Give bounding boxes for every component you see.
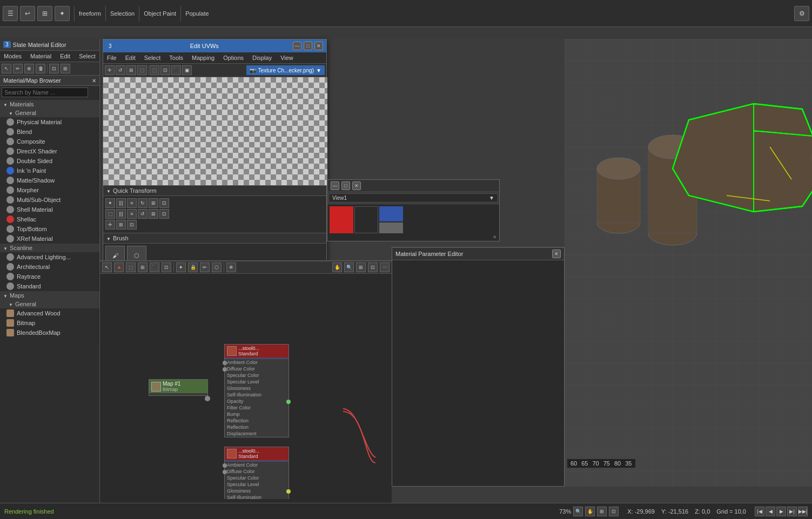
uvw-minimize[interactable]: — (293, 42, 301, 50)
tool1[interactable]: ↩ (20, 6, 35, 21)
slate-material[interactable]: Material (29, 52, 53, 60)
uvw-select[interactable]: Select (143, 53, 163, 62)
uvw-maximize[interactable]: □ (304, 42, 312, 50)
play-end[interactable]: ▶▶| (798, 507, 808, 516)
viewport-btn2[interactable]: ⊡ (609, 507, 619, 516)
uvw-select1[interactable]: ⬚ (150, 65, 159, 75)
brush-collapse[interactable]: Brush (103, 233, 326, 244)
uvw-view[interactable]: View (279, 53, 295, 62)
slate-tool-brush[interactable]: ✏ (13, 64, 23, 73)
uvw-canvas[interactable] (103, 77, 327, 185)
zoom-btn[interactable]: 🔍 (573, 507, 583, 516)
uvw-scale[interactable]: ⊞ (126, 65, 136, 75)
node-tool1[interactable]: ↖ (102, 262, 112, 272)
node-tool6[interactable]: ⊡ (162, 262, 171, 272)
play-start[interactable]: |◀ (755, 507, 764, 516)
vp-close[interactable]: ✕ (352, 181, 361, 190)
qt-btn8[interactable]: ||| (116, 209, 126, 219)
browser-close[interactable]: ✕ (92, 78, 96, 84)
pan-btn[interactable]: ✋ (585, 507, 595, 516)
node-tool13[interactable]: 🔍 (344, 262, 354, 272)
item-top-bottom[interactable]: Top/Bottom (0, 224, 99, 234)
item-composite[interactable]: Composite (0, 137, 99, 146)
uvw-freeform[interactable]: ⬚ (137, 65, 147, 75)
maps-collapse[interactable]: Maps (0, 291, 99, 300)
uvw-edit[interactable]: Edit (124, 53, 137, 62)
view1-selector[interactable]: View1 ▼ (328, 193, 498, 203)
item-multi-sub[interactable]: Multi/Sub-Object (0, 195, 99, 205)
menu-btn[interactable]: ☰ (3, 6, 18, 21)
materials-collapse[interactable]: Materials (0, 100, 99, 109)
item-xref[interactable]: XRef Material (0, 234, 99, 244)
node-tool8[interactable]: 🔒 (188, 262, 198, 272)
slate-select[interactable]: Select (77, 52, 97, 60)
tool3[interactable]: ✦ (55, 6, 70, 21)
uvw-rotate[interactable]: ↺ (116, 65, 125, 75)
node-tool15[interactable]: ⊡ (368, 262, 378, 272)
item-blendedboxmap[interactable]: BlendedBoxMap (0, 328, 99, 338)
item-adv-wood[interactable]: Advanced Wood (0, 308, 99, 318)
slate-tool5[interactable]: ⊡ (49, 64, 59, 73)
slate-tool3[interactable]: ⊗ (24, 64, 34, 73)
uvw-select3[interactable]: ⬛ (171, 65, 181, 75)
item-ink-paint[interactable]: Ink 'n Paint (0, 166, 99, 176)
item-adv-lighting[interactable]: Advanced Lighting... (0, 252, 99, 262)
node-tool5[interactable]: ⬛ (150, 262, 159, 272)
slate-edit[interactable]: Edit (58, 52, 72, 60)
node-tool2[interactable]: 🔺 (114, 262, 124, 272)
node-tool4[interactable]: ⊞ (138, 262, 147, 272)
uvw-move[interactable]: ✛ (105, 65, 115, 75)
maps-general-collapse[interactable]: General (0, 300, 99, 308)
item-directx[interactable]: DirectX Shader (0, 146, 99, 156)
map-node[interactable]: Map #1 Bitmap (149, 379, 208, 396)
vp-close-btn[interactable]: ✕ (493, 234, 497, 240)
tool2[interactable]: ⊞ (37, 6, 52, 21)
general-collapse[interactable]: General (0, 109, 99, 117)
node-canvas[interactable]: Map #1 Bitmap ...stool0... Standard (100, 274, 392, 499)
qt-btn15[interactable]: ⊡ (127, 220, 137, 230)
item-morpher[interactable]: Morpher (0, 185, 99, 195)
uvw-close[interactable]: ✕ (314, 42, 323, 50)
qt-btn10[interactable]: ↺ (138, 209, 147, 219)
node-tool16[interactable]: ⋯ (380, 262, 390, 272)
node-tool3[interactable]: ⬚ (126, 262, 136, 272)
qt-btn3[interactable]: ≡ (127, 198, 137, 208)
qt-btn4[interactable]: ↻ (138, 198, 147, 208)
item-matte[interactable]: Matte/Shadow (0, 176, 99, 185)
mat-param-close[interactable]: ✕ (552, 250, 561, 258)
slate-tool-pointer[interactable]: ↖ (2, 64, 11, 73)
node-tool12[interactable]: ✋ (332, 262, 342, 272)
node-tool10[interactable]: ⬡ (212, 262, 222, 272)
play-next[interactable]: ▶| (787, 507, 797, 516)
qt-btn9[interactable]: ≡ (127, 209, 137, 219)
viewport-3d[interactable]: 60 65 70 75 80 35 (565, 39, 812, 487)
qt-collapse[interactable]: Quick Transform (103, 186, 326, 196)
qt-btn6[interactable]: ⊡ (159, 198, 169, 208)
slate-tool-delete[interactable]: 🗑 (36, 64, 45, 73)
qt-btn14[interactable]: ⊞ (116, 220, 126, 230)
uvw-select2[interactable]: ⊡ (160, 65, 170, 75)
slate-tool6[interactable]: ⊞ (61, 64, 70, 73)
play-prev[interactable]: ◀ (766, 507, 775, 516)
slate-modes[interactable]: Modes (2, 52, 23, 60)
item-architectural[interactable]: Architectural (0, 262, 99, 272)
node-tool7[interactable]: ✦ (176, 262, 186, 272)
item-shell[interactable]: Shell Material (0, 205, 99, 214)
node-tool9[interactable]: ✏ (200, 262, 210, 272)
node-tool11[interactable]: ❄ (226, 262, 236, 272)
item-double-sided[interactable]: Double Sided (0, 156, 99, 166)
uvw-tools[interactable]: Tools (167, 53, 185, 62)
qt-btn11[interactable]: ⊞ (149, 209, 158, 219)
uvw-file[interactable]: File (105, 53, 118, 62)
qt-btn12[interactable]: ⊡ (159, 209, 169, 219)
node-tool14[interactable]: ⊞ (356, 262, 366, 272)
material-node-2[interactable]: ...stool0... Standard Ambient Color Diff… (224, 447, 289, 499)
uvw-options[interactable]: Options (222, 53, 245, 62)
vp-maximize[interactable]: □ (341, 181, 350, 190)
item-raytrace[interactable]: Raytrace (0, 272, 99, 281)
item-shellac[interactable]: Shellac (0, 214, 99, 224)
item-physical-material[interactable]: Physical Material (0, 117, 99, 127)
uvw-select4[interactable]: ▣ (182, 65, 192, 75)
qt-btn13[interactable]: ✛ (105, 220, 115, 230)
item-blend[interactable]: Blend (0, 127, 99, 137)
